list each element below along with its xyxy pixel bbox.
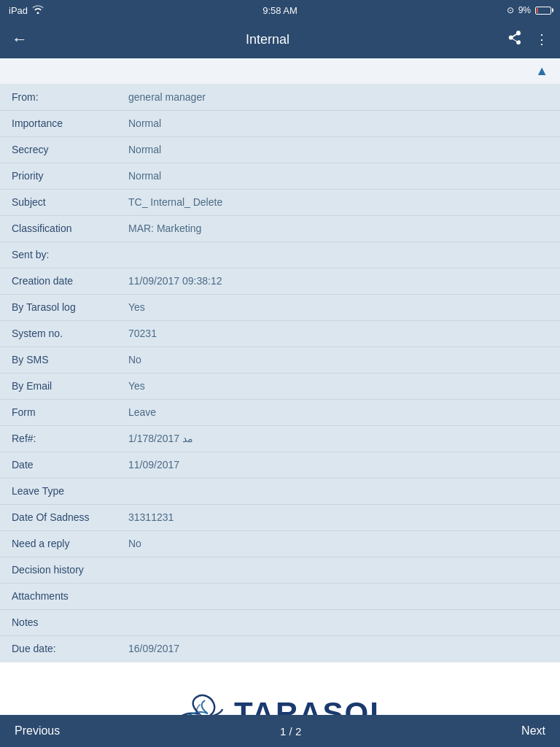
page-indicator: 1 / 2 [280,725,301,738]
detail-value: Normal [128,143,548,155]
detail-value [128,589,548,590]
detail-label: Secrecy [12,143,128,155]
detail-label: By Email [12,379,128,392]
detail-label: Ref#: [12,432,128,444]
detail-label: Decision history [12,563,128,576]
detail-value: مد 1/178/2017 [128,432,548,444]
detail-label: Due date: [12,642,128,654]
detail-row: Ref#:مد 1/178/2017 [0,426,560,452]
detail-label: Creation date [12,274,128,287]
detail-label: Priority [12,169,128,182]
more-icon[interactable]: ⋮ [535,31,548,47]
detail-value: 70231 [128,327,548,339]
time-display: 9:58 AM [262,5,298,16]
detail-label: Need a reply [12,537,128,549]
page-title: Internal [246,32,289,47]
detail-value: Yes [128,379,548,392]
nav-actions: ⋮ [508,31,548,49]
detail-value: No [128,353,548,365]
detail-label: By SMS [12,353,128,365]
detail-value: 16/09/2017 [128,642,548,654]
detail-value: 11/09/2017 09:38:12 [128,274,548,287]
detail-row: SecrecyNormal [0,137,560,163]
previous-button[interactable]: Previous [15,724,60,738]
detail-label: From: [12,90,128,103]
detail-label: Attachments [12,589,128,602]
chevron-up-icon[interactable]: ▲ [535,63,548,79]
battery-icon [535,7,551,15]
detail-row: Attachments [0,584,560,610]
detail-row: System no.70231 [0,321,560,347]
detail-row: Creation date11/09/2017 09:38:12 [0,268,560,295]
detail-value: Normal [128,117,548,129]
detail-value [128,616,548,616]
detail-label: Classification [12,222,128,234]
detail-row: ImportanceNormal [0,111,560,137]
status-left: iPad [9,5,44,16]
detail-value [128,484,548,485]
detail-row: Need a replyNo [0,531,560,557]
nav-bar: ← Internal ⋮ [0,20,560,58]
device-label: iPad [9,5,28,16]
detail-label: Form [12,406,128,418]
detail-row: Notes [0,610,560,636]
detail-row: PriorityNormal [0,163,560,190]
detail-label: Subject [12,196,128,208]
bottom-nav: Previous 1 / 2 Next [0,715,560,747]
detail-row: Date Of Sadness31311231 [0,505,560,531]
detail-row: ClassificationMAR: Marketing [0,216,560,242]
detail-label: System no. [12,327,128,339]
detail-row: FormLeave [0,400,560,426]
screen-lock-icon: ⊙ [507,5,514,15]
detail-label: Date Of Sadness [12,511,128,523]
wifi-icon [32,5,44,16]
detail-value: general manager [128,90,548,103]
detail-row: Leave Type [0,479,560,505]
detail-label: By Tarasol log [12,301,128,313]
detail-value: TC_ Internal_ Delete [128,196,548,208]
detail-label: Importance [12,117,128,129]
detail-row: By SMSNo [0,347,560,374]
detail-row: By EmailYes [0,374,560,400]
detail-row: Decision history [0,557,560,584]
detail-value: Normal [128,169,548,182]
detail-row: Date11/09/2017 [0,452,560,479]
detail-label: Notes [12,616,128,628]
time-text: 9:58 AM [262,5,298,16]
detail-value: MAR: Marketing [128,222,548,234]
status-right: ⊙ 9% [507,5,551,15]
detail-value: Yes [128,301,548,313]
detail-row: From:general manager [0,85,560,111]
back-button[interactable]: ← [12,30,28,49]
details-table: From:general managerImportanceNormalSecr… [0,85,560,662]
detail-value: 11/09/2017 [128,458,548,471]
detail-row: Sent by: [0,242,560,268]
next-button[interactable]: Next [521,724,545,738]
detail-label: Leave Type [12,484,128,497]
detail-value: 31311231 [128,511,548,523]
status-bar: iPad 9:58 AM ⊙ 9% [0,0,560,20]
detail-label: Sent by: [12,248,128,260]
detail-row: By Tarasol logYes [0,295,560,321]
detail-row: SubjectTC_ Internal_ Delete [0,190,560,216]
detail-row: Due date:16/09/2017 [0,636,560,662]
collapse-bar: ▲ [0,58,560,85]
battery-percent-text: 9% [518,5,531,15]
detail-value: Leave [128,406,548,418]
detail-value [128,248,548,249]
detail-label: Date [12,458,128,471]
detail-value: No [128,537,548,549]
detail-value [128,563,548,564]
share-icon[interactable] [508,31,522,49]
